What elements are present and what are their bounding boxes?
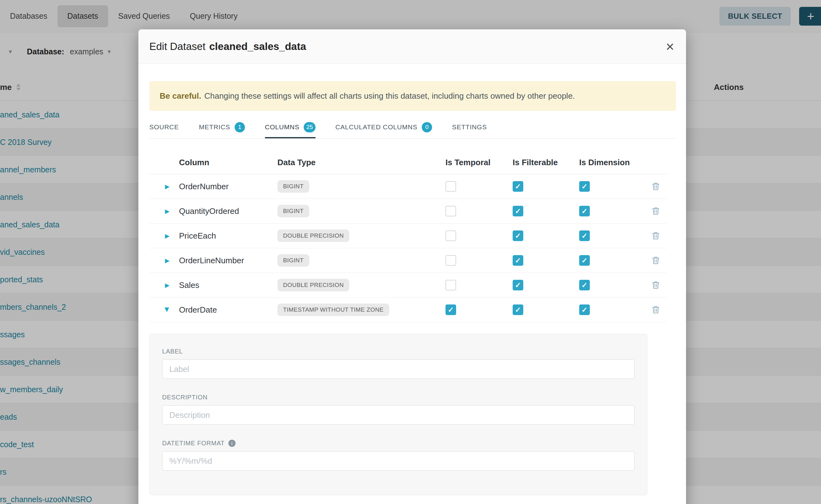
tab-label: SETTINGS [452,123,487,131]
label-text: DESCRIPTION [162,394,207,401]
trash-icon[interactable] [651,231,660,240]
data-type-pill: BIGINT [277,254,309,267]
trash-icon[interactable] [651,206,660,216]
datetime-format-input[interactable] [162,451,635,471]
is-dimension-checkbox[interactable] [579,304,590,315]
warning-text: Changing these settings will affect all … [204,91,575,101]
is-temporal-checkbox[interactable] [446,280,456,290]
info-icon[interactable] [228,440,235,447]
tab-metrics[interactable]: METRICS 1 [199,116,245,138]
column-name: OrderLineNumber [179,256,244,265]
expand-caret-icon[interactable] [165,232,170,240]
is-temporal-checkbox[interactable] [446,255,456,266]
warning-banner: Be careful. Changing these settings will… [149,81,676,111]
column-name: PriceEach [179,231,216,241]
columns-count-badge: 25 [304,122,315,132]
collapse-caret-icon[interactable] [164,308,171,312]
is-dimension-checkbox[interactable] [579,280,590,290]
modal-title-dataset-name: cleaned_sales_data [209,41,306,52]
is-dimension-checkbox[interactable] [579,181,590,192]
data-type-pill: BIGINT [277,205,309,217]
description-input[interactable] [162,405,635,425]
datetime-format-field-label: DATETIME FORMAT [162,440,635,447]
is-dimension-checkbox[interactable] [579,255,590,266]
trash-icon[interactable] [651,182,660,191]
modal-title-prefix: Edit Dataset [149,41,205,52]
expand-caret-icon[interactable] [165,282,170,289]
data-type-pill: BIGINT [277,180,309,193]
tab-settings[interactable]: SETTINGS [452,116,487,138]
is-temporal-header: Is Temporal [446,157,491,167]
column-editor-panel: LABEL DESCRIPTION DATETIME FORMAT [149,334,647,495]
close-icon[interactable]: × [666,29,674,64]
is-filterable-header: Is Filterable [513,157,558,167]
column-row: PriceEach DOUBLE PRECISION [149,224,667,248]
is-filterable-checkbox[interactable] [513,255,523,266]
is-filterable-checkbox[interactable] [513,230,523,241]
modal-header: Edit Datasetcleaned_sales_data × [138,29,686,64]
label-field-label: LABEL [162,348,635,355]
trash-icon[interactable] [651,305,660,314]
edit-dataset-modal: Edit Datasetcleaned_sales_data × Be care… [138,29,686,504]
is-filterable-checkbox[interactable] [513,280,523,290]
modal-body: Be careful. Changing these settings will… [138,81,686,495]
columns-table: Column Data Type Is Temporal Is Filterab… [149,139,667,322]
tab-label: COLUMNS [265,123,299,131]
column-row: OrderNumber BIGINT [149,174,667,199]
columns-table-header: Column Data Type Is Temporal Is Filterab… [149,139,667,174]
is-temporal-checkbox[interactable] [446,181,456,192]
modal-tabs: SOURCE METRICS 1 COLUMNS 25 CALCULATED C… [149,116,676,139]
description-field-label: DESCRIPTION [162,394,635,401]
calculated-columns-count-badge: 0 [422,122,432,132]
tab-columns[interactable]: COLUMNS 25 [265,116,315,138]
is-dimension-checkbox[interactable] [579,230,590,241]
tab-source[interactable]: SOURCE [149,116,179,138]
column-row: Sales DOUBLE PRECISION [149,273,667,298]
is-temporal-checkbox[interactable] [446,206,456,216]
modal-title: Edit Datasetcleaned_sales_data [149,41,306,52]
is-filterable-checkbox[interactable] [513,181,523,192]
trash-icon[interactable] [651,256,660,265]
expand-caret-icon[interactable] [165,183,170,190]
app: Databases Datasets Saved Queries Query H… [0,0,821,504]
data-type-pill: DOUBLE PRECISION [277,230,349,242]
data-type-pill: TIMESTAMP WITHOUT TIME ZONE [277,304,389,316]
column-name: OrderNumber [179,182,229,191]
column-name: OrderDate [179,305,217,315]
column-row: OrderLineNumber BIGINT [149,248,667,273]
tab-label: SOURCE [149,123,179,131]
expand-caret-icon[interactable] [165,208,170,215]
warning-bold-text: Be careful. [160,91,201,101]
is-temporal-checkbox[interactable] [446,304,456,315]
is-temporal-checkbox[interactable] [446,230,456,241]
label-input[interactable] [162,359,635,379]
data-type-pill: DOUBLE PRECISION [277,279,349,291]
column-row: OrderDate TIMESTAMP WITHOUT TIME ZONE [149,298,667,322]
column-name: Sales [179,280,199,290]
is-filterable-checkbox[interactable] [513,304,523,315]
tab-calculated-columns[interactable]: CALCULATED COLUMNS 0 [335,116,433,138]
metrics-count-badge: 1 [235,122,245,132]
is-dimension-header: Is Dimension [579,157,630,167]
label-text: LABEL [162,348,183,355]
is-filterable-checkbox[interactable] [513,206,523,216]
expand-caret-icon[interactable] [165,257,170,264]
tab-label: CALCULATED COLUMNS [335,123,418,131]
trash-icon[interactable] [651,280,660,290]
data-type-header: Data Type [277,157,315,167]
is-dimension-checkbox[interactable] [579,206,590,216]
column-header: Column [179,157,209,167]
tab-label: METRICS [199,123,230,131]
column-name: QuantityOrdered [179,206,239,216]
column-row: QuantityOrdered BIGINT [149,199,667,224]
label-text: DATETIME FORMAT [162,440,225,447]
